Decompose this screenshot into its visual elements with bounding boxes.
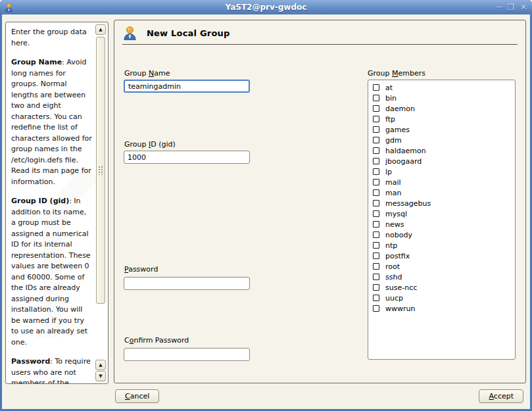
group-name-label: Group Name xyxy=(124,69,170,78)
main-panel: New Local Group Group Name Group ID (gid… xyxy=(114,20,526,383)
member-checkbox[interactable] xyxy=(373,305,379,312)
password-label: Password xyxy=(124,265,158,274)
member-row[interactable]: wwwrun xyxy=(368,303,515,314)
member-checkbox[interactable] xyxy=(373,231,379,238)
help-paragraph: Password: To require users who are not m… xyxy=(11,356,92,384)
member-checkbox[interactable] xyxy=(373,84,379,91)
window-title: YaST2@prv-gwdoc xyxy=(0,3,532,12)
member-checkbox[interactable] xyxy=(373,284,379,291)
member-row[interactable]: man xyxy=(368,187,515,198)
member-row[interactable]: games xyxy=(368,124,515,135)
member-checkbox[interactable] xyxy=(373,137,379,143)
group-members-list[interactable]: atbindaemonftpgamesgdmhaldaemonjboogaard… xyxy=(368,80,516,360)
member-label: messagebus xyxy=(385,199,431,208)
header-separator xyxy=(122,44,518,45)
member-row[interactable]: suse-ncc xyxy=(368,282,515,293)
member-label: uucp xyxy=(385,294,403,302)
member-label: haldaemon xyxy=(385,147,426,155)
member-checkbox[interactable] xyxy=(373,105,379,112)
member-row[interactable]: root xyxy=(368,261,515,272)
member-checkbox[interactable] xyxy=(373,179,379,185)
member-checkbox[interactable] xyxy=(373,168,379,175)
confirm-password-input[interactable] xyxy=(124,348,250,361)
member-checkbox[interactable] xyxy=(373,210,379,217)
page-title: New Local Group xyxy=(147,28,230,38)
member-row[interactable]: at xyxy=(368,82,515,93)
member-checkbox[interactable] xyxy=(373,116,379,122)
member-label: bin xyxy=(385,94,397,103)
member-label: root xyxy=(385,262,400,271)
member-label: sshd xyxy=(385,273,402,281)
member-row[interactable]: jboogaard xyxy=(368,156,515,166)
group-id-input[interactable] xyxy=(124,151,250,164)
member-checkbox[interactable] xyxy=(373,253,379,259)
member-label: suse-ncc xyxy=(385,283,417,292)
member-row[interactable]: gdm xyxy=(368,135,515,145)
close-icon[interactable]: ✕ xyxy=(520,3,527,11)
member-checkbox[interactable] xyxy=(373,263,379,270)
member-row[interactable]: sshd xyxy=(368,272,515,282)
member-row[interactable]: mail xyxy=(368,177,515,187)
member-checkbox[interactable] xyxy=(373,274,379,280)
member-row[interactable]: nobody xyxy=(368,230,515,240)
member-row[interactable]: news xyxy=(368,219,515,230)
member-label: at xyxy=(385,84,393,92)
member-row[interactable]: postfix xyxy=(368,251,515,261)
member-label: games xyxy=(385,126,410,134)
member-row[interactable]: lp xyxy=(368,166,515,177)
member-label: ftp xyxy=(385,115,395,124)
member-label: wwwrun xyxy=(385,304,415,313)
scrollbar-grip xyxy=(98,166,103,175)
member-row[interactable]: mysql xyxy=(368,208,515,219)
member-label: gdm xyxy=(385,136,402,145)
member-label: mail xyxy=(385,178,401,187)
member-checkbox[interactable] xyxy=(373,147,379,154)
member-label: man xyxy=(385,189,401,197)
password-input[interactable] xyxy=(124,277,250,290)
help-scrollbar[interactable]: ▲ ▲ ▼ xyxy=(95,24,106,381)
member-label: nobody xyxy=(385,231,412,239)
help-paragraph: Group ID (gid): In addition to its name,… xyxy=(11,196,92,348)
member-row[interactable]: messagebus xyxy=(368,198,515,208)
scroll-up-bottom-icon[interactable]: ▲ xyxy=(95,360,106,370)
cancel-button[interactable]: Cancel xyxy=(115,389,159,403)
help-panel: Enter the group data here.Group Name: Av… xyxy=(5,22,109,384)
page-header: New Local Group xyxy=(122,26,230,41)
member-row[interactable]: ftp xyxy=(368,114,515,124)
group-members-label: Group Members xyxy=(368,69,425,78)
member-row[interactable]: ntp xyxy=(368,240,515,251)
group-name-input[interactable] xyxy=(124,80,250,93)
member-label: jboogaard xyxy=(385,157,422,166)
member-checkbox[interactable] xyxy=(373,189,379,196)
member-label: news xyxy=(385,220,404,229)
member-checkbox[interactable] xyxy=(373,95,379,101)
member-checkbox[interactable] xyxy=(373,295,379,301)
member-checkbox[interactable] xyxy=(373,242,379,249)
member-label: mysql xyxy=(385,210,407,218)
scroll-up-icon[interactable]: ▲ xyxy=(95,24,106,35)
window-body: Enter the group data here.Group Name: Av… xyxy=(2,14,530,409)
maximize-icon[interactable]: ❐ xyxy=(507,3,514,11)
minimize-icon[interactable]: ─ xyxy=(496,3,501,11)
scroll-down-icon[interactable]: ▼ xyxy=(95,371,106,381)
scrollbar-thumb[interactable] xyxy=(96,37,105,304)
member-checkbox[interactable] xyxy=(373,126,379,133)
member-row[interactable]: bin xyxy=(368,93,515,103)
member-row[interactable]: haldaemon xyxy=(368,145,515,156)
accept-button[interactable]: Accept xyxy=(479,389,523,403)
member-checkbox[interactable] xyxy=(373,200,379,206)
app-person-icon xyxy=(4,3,14,12)
member-row[interactable]: uucp xyxy=(368,293,515,303)
member-row[interactable]: daemon xyxy=(368,103,515,114)
member-label: daemon xyxy=(385,105,415,113)
yast-window: YaST2@prv-gwdoc ─ ❐ ✕ Enter the group da… xyxy=(0,0,532,411)
help-paragraph: Group Name: Avoid long names for groups.… xyxy=(11,57,92,187)
help-content: Enter the group data here.Group Name: Av… xyxy=(6,22,94,383)
member-label: lp xyxy=(385,168,392,176)
member-checkbox[interactable] xyxy=(373,158,379,164)
member-label: ntp xyxy=(385,241,397,250)
person-icon xyxy=(122,26,137,41)
titlebar[interactable]: YaST2@prv-gwdoc ─ ❐ ✕ xyxy=(0,0,532,14)
member-checkbox[interactable] xyxy=(373,221,379,228)
confirm-password-label: Confirm Password xyxy=(124,336,189,345)
